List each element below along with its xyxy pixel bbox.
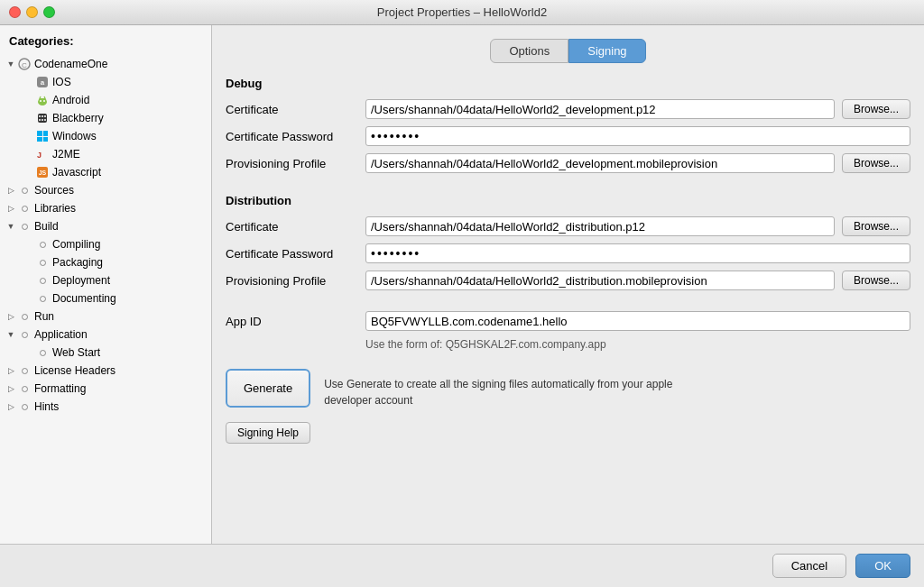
signing-help-button[interactable]: Signing Help [226, 422, 310, 444]
app-id-input[interactable] [365, 311, 910, 331]
arrow-icon: ▼ [5, 330, 17, 339]
dist-provisioning-label: Provisioning Profile [226, 274, 365, 288]
sidebar-item-label: Run [34, 310, 54, 323]
sidebar-item-label: IOS [52, 76, 71, 88]
sidebar-item-label: Windows [52, 130, 97, 142]
dist-certificate-browse-button[interactable]: Browse... [842, 216, 910, 236]
bottom-bar: Cancel OK [0, 544, 924, 587]
categories-label: Categories: [0, 30, 211, 55]
debug-provisioning-input[interactable] [365, 153, 835, 173]
sidebar-item-label: Web Start [52, 346, 100, 359]
svg-point-6 [40, 100, 42, 102]
dist-certificate-input[interactable] [365, 216, 835, 236]
maximize-button[interactable] [43, 6, 55, 18]
sidebar-item-ios[interactable]: a IOS [0, 73, 211, 91]
sidebar-item-label: Packaging [52, 256, 103, 269]
svg-rect-10 [38, 114, 47, 123]
minimize-button[interactable] [26, 6, 38, 18]
sidebar-item-build[interactable]: ▼ Build [0, 217, 211, 235]
sidebar-item-libraries[interactable]: ▷ Libraries [0, 199, 211, 217]
sidebar-item-label: Hints [34, 400, 59, 413]
generate-button[interactable]: Generate [226, 369, 310, 408]
sidebar-item-blackberry[interactable]: Blackberry [0, 109, 211, 127]
svg-rect-19 [37, 137, 42, 142]
dist-provisioning-input[interactable] [365, 271, 835, 290]
android-icon [35, 93, 50, 107]
dist-password-input[interactable] [365, 243, 910, 263]
svg-rect-20 [43, 137, 48, 142]
sidebar-item-deployment[interactable]: Deployment [0, 271, 211, 289]
close-button[interactable] [9, 6, 21, 18]
ios-icon: a [35, 75, 50, 89]
arrow-icon: ▷ [5, 186, 17, 195]
debug-certificate-input[interactable] [365, 99, 835, 119]
codename-icon: C [17, 57, 32, 71]
sidebar-item-run[interactable]: ▷ Run [0, 307, 211, 326]
svg-point-16 [44, 119, 46, 121]
debug-provisioning-browse-button[interactable]: Browse... [842, 153, 910, 173]
dot-icon [17, 183, 32, 197]
arrow-icon: ▷ [5, 204, 17, 213]
svg-point-15 [42, 119, 43, 121]
tab-options[interactable]: Options [490, 39, 568, 63]
sidebar-item-sources[interactable]: ▷ Sources [0, 181, 211, 199]
dist-certificate-row: Certificate Browse... [226, 216, 910, 236]
dot-icon [17, 309, 32, 324]
svg-text:a: a [41, 78, 45, 87]
dot-icon [17, 327, 32, 342]
svg-point-11 [39, 115, 41, 117]
title-bar: Project Properties – HelloWorld2 [0, 0, 924, 25]
dot-icon [35, 345, 50, 360]
ok-button[interactable]: OK [855, 554, 910, 578]
sidebar-item-j2me[interactable]: J J2ME [0, 145, 211, 163]
generate-section: Generate Use Generate to create all the … [226, 369, 910, 408]
content-area: Options Signing Debug Certificate Browse… [212, 25, 924, 544]
arrow-icon: ▷ [5, 312, 17, 321]
sidebar-item-packaging[interactable]: Packaging [0, 253, 211, 271]
dot-icon [35, 273, 50, 288]
sidebar-item-label: Documenting [52, 292, 116, 305]
debug-provisioning-label: Provisioning Profile [226, 157, 365, 170]
debug-certificate-browse-button[interactable]: Browse... [842, 99, 910, 119]
debug-provisioning-row: Provisioning Profile Browse... [226, 153, 910, 173]
sidebar-item-web-start[interactable]: Web Start [0, 344, 211, 362]
sidebar-item-android[interactable]: Android [0, 91, 211, 109]
window-controls [9, 6, 55, 18]
debug-password-input[interactable] [365, 126, 910, 146]
tab-signing[interactable]: Signing [568, 39, 645, 63]
dot-icon [17, 363, 32, 378]
sidebar-item-label: Libraries [34, 202, 76, 215]
sidebar-item-codename-one[interactable]: ▼ C CodenameOne [0, 55, 211, 73]
app-id-hint: Use the form of: Q5GHSKAL2F.com.company.… [365, 338, 910, 351]
app-id-row: App ID [226, 311, 910, 331]
sidebar-item-compiling[interactable]: Compiling [0, 235, 211, 253]
sidebar-item-hints[interactable]: ▷ Hints [0, 398, 211, 416]
cancel-button[interactable]: Cancel [772, 554, 846, 578]
dist-provisioning-row: Provisioning Profile Browse... [226, 271, 910, 290]
sidebar-item-javascript[interactable]: JS Javascript [0, 163, 211, 181]
debug-certificate-row: Certificate Browse... [226, 99, 910, 119]
sidebar-item-formatting[interactable]: ▷ Formatting [0, 380, 211, 398]
sidebar-item-documenting[interactable]: Documenting [0, 289, 211, 307]
svg-point-7 [43, 100, 45, 102]
generate-description: Use Generate to create all the signing f… [324, 369, 685, 408]
sidebar: Categories: ▼ C CodenameOne a IOS Androi… [0, 25, 212, 544]
sidebar-item-label: License Headers [34, 364, 116, 377]
arrow-icon: ▷ [5, 384, 17, 393]
blackberry-icon [35, 111, 50, 125]
svg-rect-17 [37, 131, 42, 136]
sidebar-item-windows[interactable]: Windows [0, 127, 211, 145]
svg-text:J: J [37, 151, 42, 160]
j2me-icon: J [35, 147, 50, 161]
svg-text:C: C [22, 61, 27, 69]
dist-password-row: Certificate Password [226, 243, 910, 263]
dot-icon [17, 399, 32, 414]
sidebar-item-application[interactable]: ▼ Application [0, 326, 211, 344]
arrow-icon: ▷ [5, 366, 17, 375]
svg-line-8 [40, 96, 41, 98]
sidebar-item-license-headers[interactable]: ▷ License Headers [0, 362, 211, 380]
sidebar-item-label: Build [34, 220, 59, 233]
dist-provisioning-browse-button[interactable]: Browse... [842, 271, 910, 290]
dot-icon [35, 237, 50, 252]
sidebar-item-label: Sources [34, 184, 74, 197]
